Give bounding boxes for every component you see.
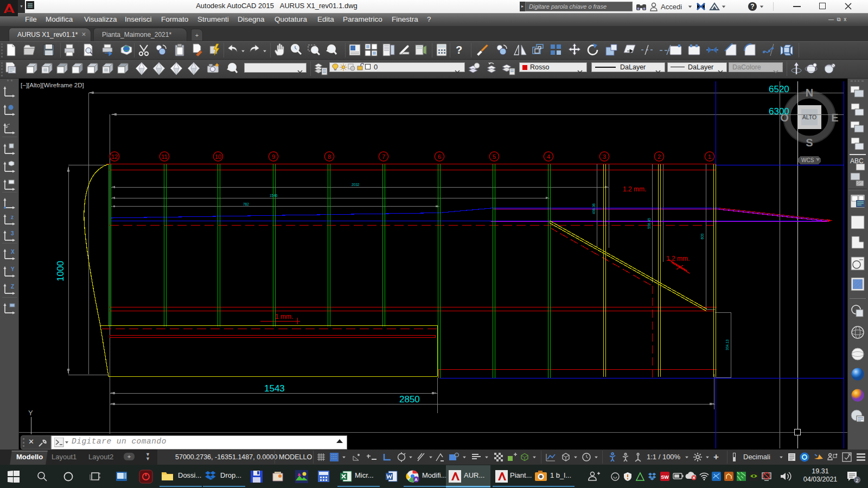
svg-text:6: 6 bbox=[438, 153, 441, 160]
svg-text:10: 10 bbox=[215, 153, 221, 160]
svg-text:SW: SW bbox=[661, 474, 669, 480]
svg-text:z: z bbox=[11, 214, 14, 220]
svg-text:Z: Z bbox=[11, 284, 14, 290]
svg-text:556.45: 556.45 bbox=[647, 218, 651, 229]
svg-text:A: A bbox=[414, 477, 418, 482]
svg-text:4: 4 bbox=[547, 153, 550, 160]
svg-text:?: ? bbox=[750, 3, 754, 10]
svg-text:11: 11 bbox=[161, 153, 167, 160]
svg-text:[−][Alto][Wireframe 2D]: [−][Alto][Wireframe 2D] bbox=[21, 82, 84, 88]
svg-text:Y: Y bbox=[28, 409, 33, 417]
svg-text:600: 600 bbox=[700, 233, 704, 239]
svg-text:2032: 2032 bbox=[352, 183, 360, 187]
svg-text:2: 2 bbox=[856, 477, 858, 483]
svg-text:Y: Y bbox=[11, 266, 15, 272]
svg-text:8: 8 bbox=[328, 153, 331, 160]
svg-text:X: X bbox=[11, 249, 15, 255]
svg-text:?: ? bbox=[456, 44, 462, 56]
svg-text:782: 782 bbox=[243, 202, 249, 206]
svg-text:1: 1 bbox=[708, 153, 711, 160]
svg-text:7: 7 bbox=[382, 153, 385, 160]
svg-text:12: 12 bbox=[111, 153, 118, 160]
svg-text:1 mm.: 1 mm. bbox=[275, 313, 293, 320]
svg-text:E: E bbox=[831, 112, 838, 124]
svg-text:3: 3 bbox=[603, 153, 606, 160]
svg-text:9: 9 bbox=[272, 153, 275, 160]
svg-text:S: S bbox=[806, 137, 813, 149]
svg-text:6520: 6520 bbox=[769, 84, 789, 94]
svg-text:2: 2 bbox=[658, 153, 661, 160]
svg-text:6300: 6300 bbox=[769, 106, 789, 117]
svg-text:1000: 1000 bbox=[55, 261, 66, 281]
svg-text:3: 3 bbox=[11, 230, 14, 236]
svg-text:406.36: 406.36 bbox=[592, 203, 596, 214]
svg-text:5: 5 bbox=[493, 153, 496, 160]
svg-text:304.13: 304.13 bbox=[725, 339, 729, 350]
svg-text:1.2 mm.: 1.2 mm. bbox=[666, 255, 690, 262]
svg-text:2850: 2850 bbox=[399, 394, 420, 404]
svg-text:WCS: WCS bbox=[801, 157, 814, 163]
svg-text:1546: 1546 bbox=[270, 194, 278, 197]
svg-text:1543: 1543 bbox=[264, 383, 285, 394]
svg-text:1.2 mm.: 1.2 mm. bbox=[623, 185, 646, 193]
